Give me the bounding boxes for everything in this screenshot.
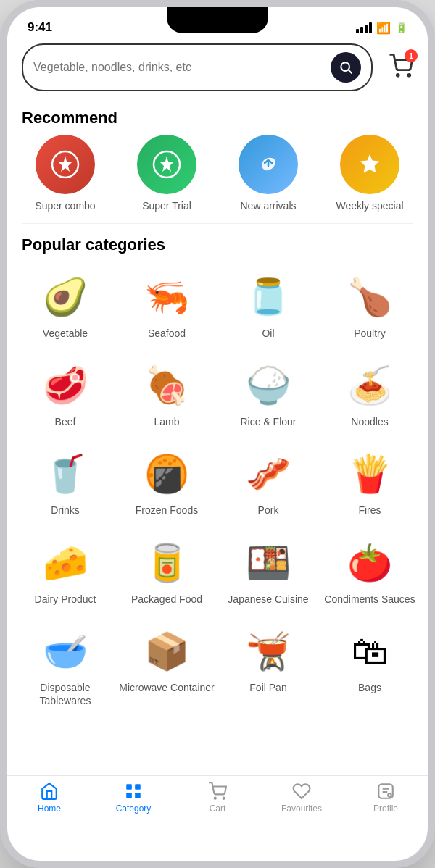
packaged-food-label: Packaged Food xyxy=(131,593,202,606)
disposable-image: 🥣 xyxy=(36,626,94,677)
category-poultry[interactable]: 🍗 Poultry xyxy=(319,262,420,350)
cart-button[interactable]: 1 xyxy=(389,54,413,81)
beef-label: Beef xyxy=(55,415,76,428)
pork-label: Pork xyxy=(258,504,279,517)
svg-point-3 xyxy=(408,74,410,76)
category-japanese-cuisine[interactable]: 🍱 Japanese Cuisine xyxy=(218,527,319,616)
super-trial-label: Super Trial xyxy=(142,200,191,212)
home-icon xyxy=(40,782,59,801)
svg-rect-6 xyxy=(126,784,132,790)
microwave-label: Microwave Container xyxy=(119,681,215,694)
category-bags[interactable]: 🛍 Bags xyxy=(319,616,420,717)
category-seafood[interactable]: 🦐 Seafood xyxy=(116,262,218,350)
category-drinks[interactable]: 🥤 Drinks xyxy=(14,438,116,527)
dairy-image: 🧀 xyxy=(36,538,94,588)
oil-image: 🫙 xyxy=(239,272,297,322)
nav-category[interactable]: Category xyxy=(112,782,155,814)
weekly-special-circle xyxy=(340,135,399,194)
nav-cart[interactable]: Cart xyxy=(196,782,239,814)
drinks-label: Drinks xyxy=(51,504,80,517)
category-noodles[interactable]: 🍝 Noodles xyxy=(319,350,420,438)
category-pork[interactable]: 🥓 Pork xyxy=(218,438,319,527)
nav-favourites-label: Favourites xyxy=(281,804,322,814)
microwave-image: 📦 xyxy=(138,626,196,677)
cart-badge: 1 xyxy=(405,49,418,62)
category-rice-flour[interactable]: 🍚 Rice & Flour xyxy=(218,350,319,438)
rice-flour-image: 🍚 xyxy=(239,360,297,411)
svg-rect-7 xyxy=(135,784,141,790)
vegetable-image: 🥑 xyxy=(36,272,94,322)
japanese-cuisine-image: 🍱 xyxy=(239,538,297,588)
favourites-icon xyxy=(292,782,311,801)
recommend-item-new-arrivals[interactable]: New arrivals xyxy=(225,135,312,212)
category-microwave[interactable]: 📦 Microwave Container xyxy=(116,616,218,717)
svg-point-0 xyxy=(341,62,349,71)
drinks-image: 🥤 xyxy=(36,448,94,499)
fires-image: 🍟 xyxy=(341,448,399,499)
svg-line-1 xyxy=(349,70,352,74)
oil-label: Oil xyxy=(262,327,274,340)
noodles-image: 🍝 xyxy=(341,360,399,411)
wifi-icon: 📶 xyxy=(376,21,391,35)
nav-favourites[interactable]: Favourites xyxy=(280,782,323,814)
nav-home[interactable]: Home xyxy=(28,782,71,814)
svg-rect-8 xyxy=(126,793,132,798)
svg-point-11 xyxy=(223,798,225,799)
categories-grid: 🥑 Vegetable 🦐 Seafood 🫙 Oil 🍗 Poultry 🥩 … xyxy=(7,262,428,775)
category-frozen-foods[interactable]: 🍘 Frozen Foods xyxy=(116,438,218,527)
bags-label: Bags xyxy=(358,681,381,694)
svg-point-13 xyxy=(388,793,391,796)
packaged-food-image: 🥫 xyxy=(138,538,196,588)
recommend-item-super-combo[interactable]: Super combo xyxy=(22,135,109,212)
category-packaged-food[interactable]: 🥫 Packaged Food xyxy=(116,527,218,616)
recommend-title: Recommend xyxy=(7,97,428,135)
phone-frame: 9:41 📶 🔋 xyxy=(0,0,435,868)
nav-profile[interactable]: Profile xyxy=(364,782,407,814)
search-icon xyxy=(339,60,353,75)
seafood-label: Seafood xyxy=(148,327,186,340)
nav-category-label: Category xyxy=(116,804,152,814)
vegetable-label: Vegetable xyxy=(43,327,88,340)
category-foil-pan[interactable]: 🫕 Foil Pan xyxy=(218,616,319,717)
profile-icon xyxy=(376,782,395,801)
seafood-image: 🦐 xyxy=(138,272,196,322)
category-dairy[interactable]: 🧀 Dairy Product xyxy=(14,527,116,616)
condiments-image: 🍅 xyxy=(341,538,399,588)
category-fires[interactable]: 🍟 Fires xyxy=(319,438,420,527)
bags-image: 🛍 xyxy=(341,626,399,677)
poultry-label: Poultry xyxy=(354,327,386,340)
category-condiments[interactable]: 🍅 Condiments Sauces xyxy=(319,527,420,616)
screen: 9:41 📶 🔋 xyxy=(7,7,428,861)
rice-flour-label: Rice & Flour xyxy=(240,415,296,428)
search-input[interactable] xyxy=(33,61,331,74)
recommend-item-weekly-special[interactable]: Weekly special xyxy=(326,135,413,212)
fires-label: Fires xyxy=(358,504,381,517)
svg-point-10 xyxy=(215,798,216,799)
recommend-item-super-trial[interactable]: Super Trial xyxy=(123,135,210,212)
lamb-image: 🍖 xyxy=(138,360,196,411)
status-icons: 📶 🔋 xyxy=(356,21,407,35)
signal-icon xyxy=(356,22,372,33)
japanese-cuisine-label: Japanese Cuisine xyxy=(228,593,308,606)
category-disposable[interactable]: 🥣 Disposable Tablewares xyxy=(14,616,116,717)
cart-nav-icon xyxy=(208,782,227,801)
category-vegetable[interactable]: 🥑 Vegetable xyxy=(14,262,116,350)
notch xyxy=(167,7,268,33)
beef-image: 🥩 xyxy=(36,360,94,411)
status-time: 9:41 xyxy=(28,20,52,35)
category-lamb[interactable]: 🍖 Lamb xyxy=(116,350,218,438)
noodles-label: Noodles xyxy=(351,415,388,428)
svg-point-2 xyxy=(397,74,399,76)
search-area: 1 xyxy=(7,35,428,97)
lamb-label: Lamb xyxy=(154,415,179,428)
categories-title: Popular categories xyxy=(7,224,428,262)
foil-pan-image: 🫕 xyxy=(239,626,297,677)
poultry-image: 🍗 xyxy=(341,272,399,322)
category-beef[interactable]: 🥩 Beef xyxy=(14,350,116,438)
category-oil[interactable]: 🫙 Oil xyxy=(218,262,319,350)
search-button[interactable] xyxy=(331,52,361,83)
pork-image: 🥓 xyxy=(239,448,297,499)
super-trial-circle xyxy=(137,135,196,194)
new-arrivals-label: New arrivals xyxy=(240,200,296,212)
search-bar xyxy=(22,43,373,91)
